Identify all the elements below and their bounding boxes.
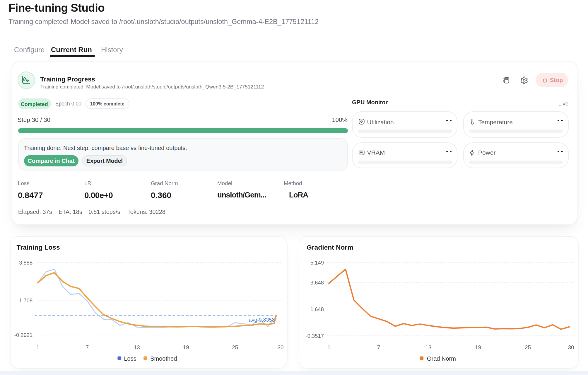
svg-text:Smoothed: Smoothed xyxy=(150,355,177,362)
svg-text:7: 7 xyxy=(377,344,380,350)
svg-text:-0.3517: -0.3517 xyxy=(306,333,324,339)
svg-text:13: 13 xyxy=(134,344,140,350)
svg-text:19: 19 xyxy=(183,344,189,350)
svg-text:3.648: 3.648 xyxy=(310,279,324,285)
svg-text:-0.2921: -0.2921 xyxy=(14,332,33,338)
svg-text:5.149: 5.149 xyxy=(310,259,324,265)
svg-text:avg 0.8358: avg 0.8358 xyxy=(249,317,275,323)
svg-text:7: 7 xyxy=(86,344,89,350)
svg-text:Grad Norm: Grad Norm xyxy=(427,355,456,362)
svg-text:1: 1 xyxy=(327,344,331,350)
svg-text:25: 25 xyxy=(525,344,531,350)
svg-text:30: 30 xyxy=(277,344,283,350)
svg-text:25: 25 xyxy=(232,344,238,350)
svg-text:19: 19 xyxy=(475,344,481,350)
svg-text:1: 1 xyxy=(36,344,40,350)
svg-text:30: 30 xyxy=(568,344,574,350)
svg-text:13: 13 xyxy=(425,344,431,350)
svg-text:3.888: 3.888 xyxy=(19,259,33,265)
svg-text:Loss: Loss xyxy=(124,355,136,362)
svg-text:1.648: 1.648 xyxy=(310,306,324,312)
svg-text:1.708: 1.708 xyxy=(19,297,33,303)
